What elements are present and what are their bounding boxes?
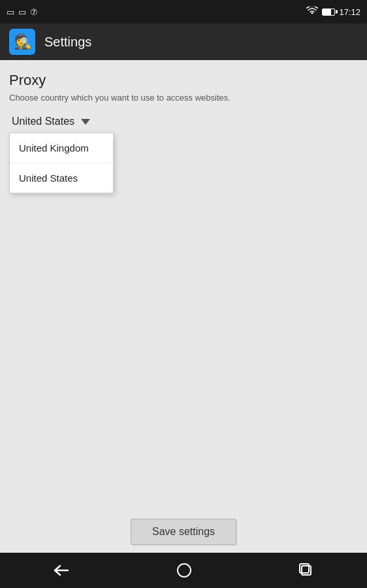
dropdown-arrow-icon <box>81 119 90 125</box>
app-logo: 🕵️ <box>14 33 31 50</box>
time-display: 17:12 <box>339 7 360 17</box>
wifi-icon <box>306 7 318 18</box>
dropdown-selected-value: United States <box>12 116 74 127</box>
title-bar: 🕵️ Settings <box>0 24 367 60</box>
country-dropdown-wrapper[interactable]: United States United Kingdom United Stat… <box>9 112 101 131</box>
dropdown-item-uk[interactable]: United Kingdom <box>10 133 113 163</box>
page-title: Settings <box>44 35 91 50</box>
dropdown-item-us[interactable]: United States <box>10 163 113 193</box>
section-title: Proxy <box>9 72 358 89</box>
section-description: Choose country which you want to use to … <box>9 93 358 103</box>
battery-icon <box>322 8 335 16</box>
recents-button[interactable] <box>286 558 327 583</box>
status-bar-right: 17:12 <box>306 7 360 18</box>
country-dropdown-selected[interactable]: United States <box>9 112 101 131</box>
bottom-nav <box>0 553 367 588</box>
app-icon: 🕵️ <box>9 29 35 55</box>
save-bar: Save settings <box>0 511 367 553</box>
home-button[interactable] <box>164 558 204 583</box>
notification-icon-2: ▭ <box>18 7 26 17</box>
back-button[interactable] <box>40 559 82 581</box>
country-dropdown-menu[interactable]: United Kingdom United States <box>9 133 114 193</box>
notification-icon-1: ▭ <box>7 7 14 17</box>
status-bar-left: ▭ ▭ ⑦ <box>7 7 38 17</box>
main-content: Proxy Choose country which you want to u… <box>0 60 367 553</box>
save-settings-button[interactable]: Save settings <box>131 519 236 545</box>
svg-rect-1 <box>178 564 191 577</box>
notification-icon-3: ⑦ <box>30 7 38 17</box>
status-bar: ▭ ▭ ⑦ 17:12 <box>0 0 367 24</box>
